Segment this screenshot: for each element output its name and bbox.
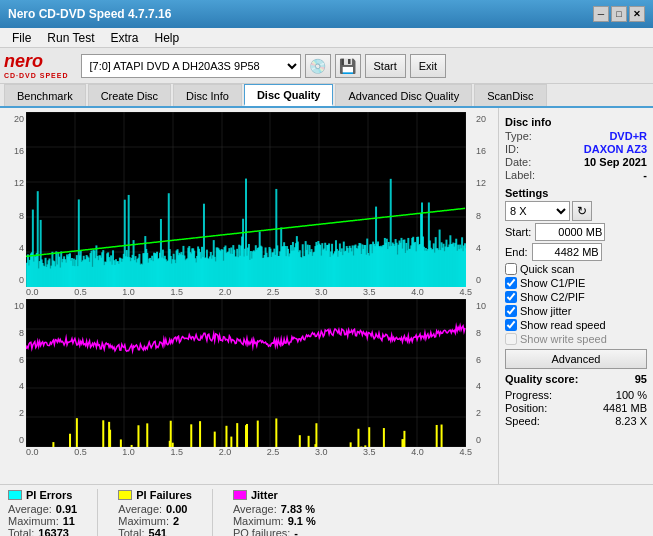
quality-score-value: 95 bbox=[635, 373, 647, 385]
speed-info-row: Speed: 8.23 X bbox=[505, 415, 647, 427]
show-jitter-checkbox[interactable] bbox=[505, 305, 517, 317]
jitter-po-row: PO failures: - bbox=[233, 527, 316, 536]
tab-create-disc[interactable]: Create Disc bbox=[88, 84, 171, 106]
tab-disc-quality[interactable]: Disc Quality bbox=[244, 84, 334, 106]
start-mb-row: Start: bbox=[505, 223, 647, 241]
disc-info-title: Disc info bbox=[505, 116, 647, 128]
show-write-speed-label: Show write speed bbox=[520, 333, 607, 345]
pi-failures-avg-value: 0.00 bbox=[166, 503, 187, 515]
nero-logo: nero CD·DVD SPEED bbox=[4, 52, 69, 79]
top-chart-y-left: 201612840 bbox=[4, 112, 26, 287]
menu-file[interactable]: File bbox=[4, 29, 39, 47]
pi-errors-total-value: 16373 bbox=[38, 527, 69, 536]
show-c1pie-checkbox[interactable] bbox=[505, 277, 517, 289]
window-controls: ─ □ ✕ bbox=[593, 6, 645, 22]
pi-failures-max-value: 2 bbox=[173, 515, 179, 527]
close-button[interactable]: ✕ bbox=[629, 6, 645, 22]
quick-scan-row: Quick scan bbox=[505, 263, 647, 275]
pi-failures-avg-label: Average: bbox=[118, 503, 162, 515]
bottom-chart-y-left: 1086420 bbox=[4, 299, 26, 447]
speed-select[interactable]: 8 X Maximum 2 X 4 X 16 X bbox=[505, 201, 570, 221]
disc-date-value: 10 Sep 2021 bbox=[584, 156, 647, 168]
menu-extra[interactable]: Extra bbox=[102, 29, 146, 47]
start-button[interactable]: Start bbox=[365, 54, 406, 78]
jitter-avg-value: 7.83 % bbox=[281, 503, 315, 515]
quality-score-row: Quality score: 95 bbox=[505, 373, 647, 385]
tab-scan-disc[interactable]: ScanDisc bbox=[474, 84, 546, 106]
jitter-avg-label: Average: bbox=[233, 503, 277, 515]
top-chart-y-right: 201612840 bbox=[474, 112, 494, 287]
show-write-speed-checkbox[interactable] bbox=[505, 333, 517, 345]
menu-run-test[interactable]: Run Test bbox=[39, 29, 102, 47]
pi-errors-avg-value: 0.91 bbox=[56, 503, 77, 515]
show-read-speed-checkbox[interactable] bbox=[505, 319, 517, 331]
bottom-chart-wrapper: 1086420 1086420 0.00.51.01.52.02.53.03.5… bbox=[4, 299, 494, 457]
pi-errors-max-label: Maximum: bbox=[8, 515, 59, 527]
pi-failures-group: PI Failures Average: 0.00 Maximum: 2 Tot… bbox=[118, 489, 192, 536]
pi-failures-avg-row: Average: 0.00 bbox=[118, 503, 192, 515]
end-mb-row: End: bbox=[505, 243, 647, 261]
quick-scan-label: Quick scan bbox=[520, 263, 574, 275]
speed-label: Speed: bbox=[505, 415, 540, 427]
save-icon-button[interactable]: 💾 bbox=[335, 54, 361, 78]
show-c2pif-checkbox[interactable] bbox=[505, 291, 517, 303]
show-jitter-row: Show jitter bbox=[505, 305, 647, 317]
quick-scan-checkbox[interactable] bbox=[505, 263, 517, 275]
pi-errors-avg-row: Average: 0.91 bbox=[8, 503, 77, 515]
jitter-po-label: PO failures: bbox=[233, 527, 290, 536]
bottom-chart-canvas bbox=[26, 299, 466, 447]
end-mb-label: End: bbox=[505, 246, 528, 258]
position-row: Position: 4481 MB bbox=[505, 402, 647, 414]
speed-row: 8 X Maximum 2 X 4 X 16 X ↻ bbox=[505, 201, 647, 221]
end-mb-input[interactable] bbox=[532, 243, 602, 261]
pi-errors-legend bbox=[8, 490, 22, 500]
advanced-button[interactable]: Advanced bbox=[505, 349, 647, 369]
progress-value: 100 % bbox=[616, 389, 647, 401]
disc-type-label: Type: bbox=[505, 130, 532, 142]
bottom-chart-y-right: 1086420 bbox=[474, 299, 494, 447]
pi-errors-avg-label: Average: bbox=[8, 503, 52, 515]
disc-id-row: ID: DAXON AZ3 bbox=[505, 143, 647, 155]
pi-failures-max-row: Maximum: 2 bbox=[118, 515, 192, 527]
tab-advanced-disc-quality[interactable]: Advanced Disc Quality bbox=[335, 84, 472, 106]
top-chart-x-axis: 0.00.51.01.52.02.53.03.54.04.5 bbox=[4, 287, 494, 297]
menu-bar: File Run Test Extra Help bbox=[0, 28, 653, 48]
disc-icon-button[interactable]: 💿 bbox=[305, 54, 331, 78]
jitter-header: Jitter bbox=[233, 489, 316, 501]
show-c2pif-label: Show C2/PIF bbox=[520, 291, 585, 303]
pi-errors-total-row: Total: 16373 bbox=[8, 527, 77, 536]
show-jitter-label: Show jitter bbox=[520, 305, 571, 317]
start-mb-input[interactable] bbox=[535, 223, 605, 241]
pi-failures-total-row: Total: 541 bbox=[118, 527, 192, 536]
bottom-chart-x-axis: 0.00.51.01.52.02.53.03.54.04.5 bbox=[4, 447, 494, 457]
maximize-button[interactable]: □ bbox=[611, 6, 627, 22]
tab-disc-info[interactable]: Disc Info bbox=[173, 84, 242, 106]
top-chart-wrapper: 201612840 201612840 0.00.51.01.52.02.53.… bbox=[4, 112, 494, 297]
menu-help[interactable]: Help bbox=[147, 29, 188, 47]
disc-type-row: Type: DVD+R bbox=[505, 130, 647, 142]
show-c1pie-label: Show C1/PIE bbox=[520, 277, 585, 289]
jitter-max-value: 9.1 % bbox=[288, 515, 316, 527]
tab-benchmark[interactable]: Benchmark bbox=[4, 84, 86, 106]
minimize-button[interactable]: ─ bbox=[593, 6, 609, 22]
exit-button[interactable]: Exit bbox=[410, 54, 446, 78]
drive-select[interactable]: [7:0] ATAPI DVD A DH20A3S 9P58 bbox=[81, 54, 301, 78]
progress-row: Progress: 100 % bbox=[505, 389, 647, 401]
progress-section: Progress: 100 % Position: 4481 MB Speed:… bbox=[505, 389, 647, 427]
divider-2 bbox=[212, 489, 213, 536]
show-c2pif-row: Show C2/PIF bbox=[505, 291, 647, 303]
pi-failures-label: PI Failures bbox=[136, 489, 192, 501]
pi-failures-total-label: Total: bbox=[118, 527, 144, 536]
quality-score-label: Quality score: bbox=[505, 373, 578, 385]
jitter-avg-row: Average: 7.83 % bbox=[233, 503, 316, 515]
jitter-po-value: - bbox=[294, 527, 298, 536]
disc-date-label: Date: bbox=[505, 156, 531, 168]
show-read-speed-row: Show read speed bbox=[505, 319, 647, 331]
jitter-legend bbox=[233, 490, 247, 500]
progress-label: Progress: bbox=[505, 389, 552, 401]
jitter-max-row: Maximum: 9.1 % bbox=[233, 515, 316, 527]
refresh-button[interactable]: ↻ bbox=[572, 201, 592, 221]
show-write-speed-row: Show write speed bbox=[505, 333, 647, 345]
settings-title: Settings bbox=[505, 187, 647, 199]
show-c1pie-row: Show C1/PIE bbox=[505, 277, 647, 289]
